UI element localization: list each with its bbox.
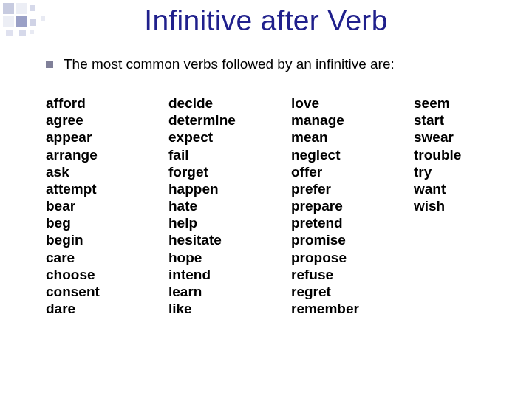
verb-word: expect bbox=[168, 129, 250, 146]
verb-word: love bbox=[291, 95, 372, 112]
subtitle-text: The most common verbs followed by an inf… bbox=[64, 56, 395, 72]
verb-word: happen bbox=[168, 180, 250, 197]
verb-word: consent bbox=[46, 283, 127, 300]
verb-word: manage bbox=[291, 112, 372, 129]
verb-word: want bbox=[414, 180, 495, 197]
verb-word: attempt bbox=[46, 180, 127, 197]
verb-word: afford bbox=[46, 95, 127, 112]
verb-column-4: seemstartsweartroubletrywantwish bbox=[414, 95, 495, 317]
verb-word: propose bbox=[291, 249, 372, 266]
verb-word: bear bbox=[46, 197, 127, 214]
verb-word: intend bbox=[168, 266, 250, 283]
verb-column-3: lovemanagemeanneglectofferpreferpreparep… bbox=[291, 95, 372, 317]
verb-column-1: affordagreeappeararrangeaskattemptbearbe… bbox=[46, 95, 127, 317]
verb-word: dare bbox=[46, 300, 127, 317]
square-bullet-icon bbox=[46, 61, 53, 68]
verb-word: agree bbox=[46, 112, 127, 129]
verb-word: beg bbox=[46, 214, 127, 231]
verb-word: prefer bbox=[291, 180, 372, 197]
verb-word: remember bbox=[291, 300, 372, 317]
subtitle-row: The most common verbs followed by an inf… bbox=[0, 56, 532, 72]
verb-word: begin bbox=[46, 231, 127, 248]
verb-word: determine bbox=[168, 112, 250, 129]
verb-word: hate bbox=[168, 197, 250, 214]
verb-word: fail bbox=[168, 146, 250, 163]
verb-column-2: decidedetermineexpectfailforgethappenhat… bbox=[168, 95, 250, 317]
verb-word: pretend bbox=[291, 214, 372, 231]
verb-word: seem bbox=[414, 95, 495, 112]
verb-columns: affordagreeappeararrangeaskattemptbearbe… bbox=[0, 95, 532, 317]
verb-word: ask bbox=[46, 163, 127, 180]
verb-word: help bbox=[168, 214, 250, 231]
verb-word: promise bbox=[291, 231, 372, 248]
verb-word: refuse bbox=[291, 266, 372, 283]
verb-word: neglect bbox=[291, 146, 372, 163]
verb-word: trouble bbox=[414, 146, 495, 163]
verb-word: wish bbox=[414, 197, 495, 214]
verb-word: hesitate bbox=[168, 231, 250, 248]
slide-title: Infinitive after Verb bbox=[0, 0, 532, 37]
verb-word: care bbox=[46, 249, 127, 266]
verb-word: offer bbox=[291, 163, 372, 180]
verb-word: start bbox=[414, 112, 495, 129]
verb-word: regret bbox=[291, 283, 372, 300]
verb-word: learn bbox=[168, 283, 250, 300]
verb-word: prepare bbox=[291, 197, 372, 214]
verb-word: like bbox=[168, 300, 250, 317]
verb-word: hope bbox=[168, 249, 250, 266]
verb-word: try bbox=[414, 163, 495, 180]
verb-word: mean bbox=[291, 129, 372, 146]
verb-word: arrange bbox=[46, 146, 127, 163]
verb-word: choose bbox=[46, 266, 127, 283]
verb-word: decide bbox=[168, 95, 250, 112]
verb-word: appear bbox=[46, 129, 127, 146]
verb-word: forget bbox=[168, 163, 250, 180]
verb-word: swear bbox=[414, 129, 495, 146]
